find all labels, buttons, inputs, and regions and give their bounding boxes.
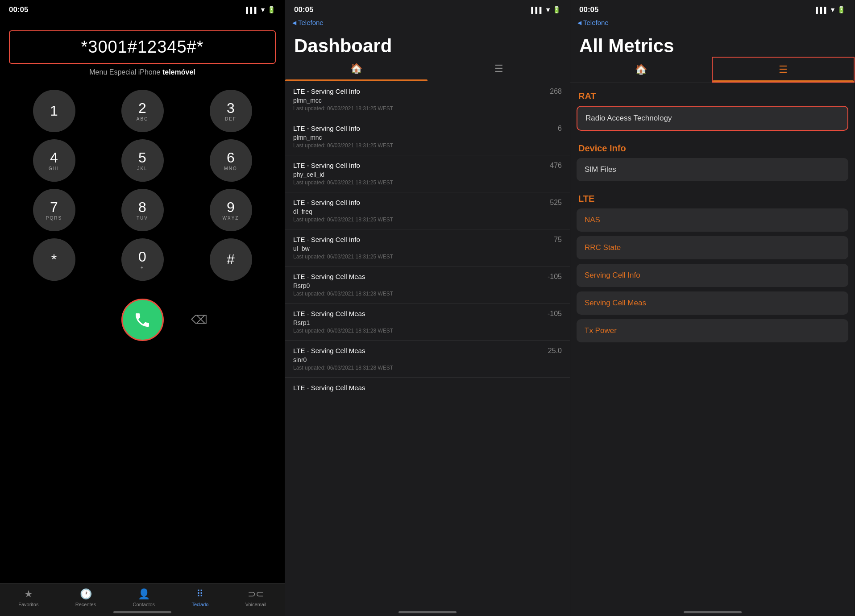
home-indicator <box>113 611 171 613</box>
back-link-3[interactable]: Telefone <box>570 17 855 26</box>
dial-button-4[interactable]: 4GHI <box>33 139 75 182</box>
tab-list-3[interactable]: ☰ <box>712 57 855 83</box>
dial-button-#[interactable]: # <box>210 238 252 281</box>
nav-item-teclado[interactable]: ⠿Teclado <box>191 588 208 607</box>
tab-list-2[interactable]: ☰ <box>428 57 570 81</box>
table-row[interactable]: LTE - Serving Cell Info 75 ul_bw Last up… <box>285 229 570 266</box>
status-time-3: 00:05 <box>579 5 598 14</box>
dial-grid: 12ABC3DEF4GHI5JKL6MNO7PQRS8TUV9WXYZ*0+# <box>0 90 285 281</box>
wifi-icon-2: ▾ <box>546 6 550 14</box>
metrics-item-nas[interactable]: NAS <box>577 208 848 232</box>
dial-button-6[interactable]: 6MNO <box>210 139 252 182</box>
metrics-item-sim-files[interactable]: SIM Files <box>577 158 848 181</box>
metrics-item-radio-access-technology[interactable]: Radio Access Technology <box>577 106 848 131</box>
dashboard-panel: 00:05 ▌▌▌ ▾ 🔋 Telefone Dashboard 🏠 ☰ LTE… <box>285 0 570 616</box>
battery-icon-1: 🔋 <box>267 6 276 14</box>
dial-button-8[interactable]: 8TUV <box>121 189 164 231</box>
metrics-panel: 00:05 ▌▌▌ ▾ 🔋 Telefone All Metrics 🏠 ☰ R… <box>570 0 855 616</box>
metrics-item-rrc-state[interactable]: RRC State <box>577 236 848 259</box>
dial-button-5[interactable]: 5JKL <box>121 139 164 182</box>
dashboard-tab-bar: 🏠 ☰ <box>285 57 570 81</box>
dashboard-header: Dashboard <box>285 26 570 57</box>
metrics-section-lte: LTE <box>577 186 848 208</box>
status-bar-2: 00:05 ▌▌▌ ▾ 🔋 <box>285 0 570 17</box>
metrics-section-rat: RAT <box>577 83 848 106</box>
spacer <box>72 307 99 333</box>
signal-icon-1: ▌▌▌ <box>246 7 258 13</box>
dial-button-3[interactable]: 3DEF <box>210 90 252 132</box>
status-time-2: 00:05 <box>294 5 313 14</box>
dial-button-1[interactable]: 1 <box>33 90 75 132</box>
home-indicator-2 <box>398 611 457 613</box>
dial-actions: ⌫ <box>0 294 285 345</box>
tab-home-3[interactable]: 🏠 <box>570 57 712 83</box>
dialer-code-box: *3001#12345#* <box>9 30 276 64</box>
nav-item-voicemail[interactable]: ⊃⊂Voicemail <box>245 588 266 607</box>
dialer-panel: 00:05 ▌▌▌ ▾ 🔋 *3001#12345#* Menu Especia… <box>0 0 285 616</box>
metrics-title: All Metrics <box>579 35 846 57</box>
dial-button-7[interactable]: 7PQRS <box>33 189 75 231</box>
battery-icon-2: 🔋 <box>552 6 561 14</box>
table-row[interactable]: LTE - Serving Cell Meas 25.0 sinr0 Last … <box>285 341 570 378</box>
status-bar-3: 00:05 ▌▌▌ ▾ 🔋 <box>570 0 855 17</box>
dashboard-title: Dashboard <box>294 35 561 57</box>
dial-button-0[interactable]: 0+ <box>121 238 164 281</box>
table-row: LTE - Serving Cell Meas <box>285 378 570 398</box>
signal-icon-2: ▌▌▌ <box>531 7 544 13</box>
dial-button-*[interactable]: * <box>33 238 75 281</box>
dialer-code: *3001#12345#* <box>19 37 266 57</box>
phone-icon <box>133 311 151 329</box>
home-indicator-3 <box>684 611 742 613</box>
dial-button-9[interactable]: 9WXYZ <box>210 189 252 231</box>
nav-item-recentes[interactable]: 🕐Recentes <box>75 588 96 607</box>
dialer-subtitle: Menu Especial iPhone telemóvel <box>0 68 285 76</box>
table-row[interactable]: LTE - Serving Cell Info 476 phy_cell_id … <box>285 155 570 192</box>
tab-home-2[interactable]: 🏠 <box>285 57 428 81</box>
status-time-1: 00:05 <box>9 5 28 14</box>
back-link-2[interactable]: Telefone <box>285 17 570 26</box>
table-row[interactable]: LTE - Serving Cell Info 6 plmn_mnc Last … <box>285 118 570 155</box>
metrics-list: RATRadio Access TechnologyDevice InfoSIM… <box>570 83 855 616</box>
metrics-header: All Metrics <box>570 26 855 57</box>
nav-item-contactos[interactable]: 👤Contactos <box>133 588 155 607</box>
dial-button-2[interactable]: 2ABC <box>121 90 164 132</box>
nav-item-favoritos[interactable]: ★Favoritos <box>18 588 38 607</box>
battery-icon-3: 🔋 <box>837 6 846 14</box>
dashboard-data-list: LTE - Serving Cell Info 268 plmn_mcc Las… <box>285 81 570 616</box>
delete-button[interactable]: ⌫ <box>186 307 213 333</box>
table-row[interactable]: LTE - Serving Cell Info 525 dl_freq Last… <box>285 192 570 229</box>
metrics-item-tx-power[interactable]: Tx Power <box>577 319 848 342</box>
table-row[interactable]: LTE - Serving Cell Meas -105 Rsrp0 Last … <box>285 266 570 304</box>
status-bar-1: 00:05 ▌▌▌ ▾ 🔋 <box>0 0 285 17</box>
table-row[interactable]: LTE - Serving Cell Info 268 plmn_mcc Las… <box>285 81 570 118</box>
metrics-section-device info: Device Info <box>577 135 848 158</box>
wifi-icon-1: ▾ <box>261 6 265 14</box>
metrics-item-serving-cell-meas[interactable]: Serving Cell Meas <box>577 291 848 315</box>
call-button[interactable] <box>121 299 164 341</box>
metrics-tab-bar: 🏠 ☰ <box>570 57 855 83</box>
table-row[interactable]: LTE - Serving Cell Meas -105 Rsrp1 Last … <box>285 304 570 341</box>
metrics-item-serving-cell-info[interactable]: Serving Cell Info <box>577 264 848 287</box>
signal-icon-3: ▌▌▌ <box>816 7 828 13</box>
wifi-icon-3: ▾ <box>831 6 834 14</box>
